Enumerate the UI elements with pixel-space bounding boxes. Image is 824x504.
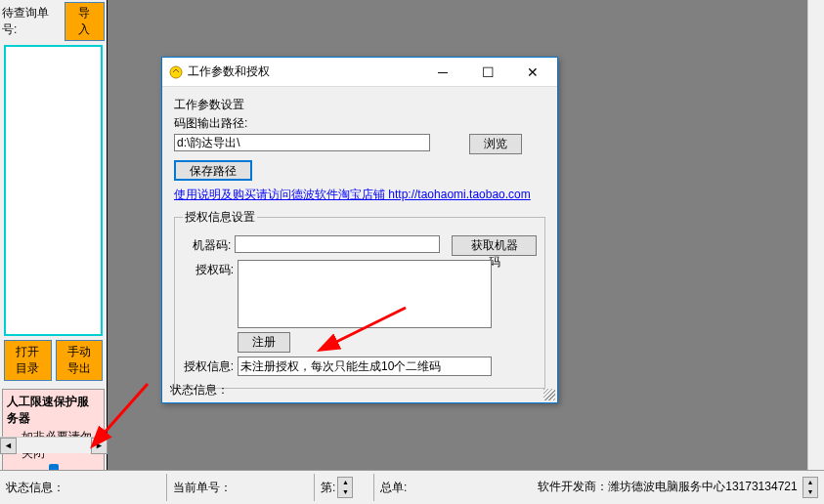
resize-grip[interactable] <box>543 389 555 400</box>
register-button[interactable]: 注册 <box>238 332 290 353</box>
statusbar: 状态信息： 当前单号： 第: ▲▼ 总单: 软件开发商：潍坊德波电脑服务中心13… <box>0 470 824 504</box>
auth-info-label: 授权信息: <box>183 357 234 375</box>
minimize-button[interactable]: ─ <box>420 59 465 86</box>
app-icon <box>168 64 184 80</box>
scroll-right-icon[interactable]: ► <box>91 438 108 454</box>
browse-button[interactable]: 浏览 <box>469 134 522 154</box>
query-label: 待查询单号: <box>2 5 63 38</box>
spin-down-icon[interactable]: ▼ <box>803 487 817 497</box>
open-dir-button[interactable]: 打开目录 <box>4 340 52 381</box>
scroll-left-icon[interactable]: ◄ <box>0 438 17 454</box>
help-purchase-link[interactable]: 使用说明及购买请访问德波软件淘宝店铺 http://taohaomi.taoba… <box>174 188 531 201</box>
import-button[interactable]: 导入 <box>65 2 105 41</box>
dialog-status-label: 状态信息： <box>170 382 229 399</box>
page-spinner[interactable]: ▲▼ <box>337 477 353 498</box>
rate-limit-title: 人工限速保护服务器 <box>7 394 100 427</box>
page-label: 第: <box>321 480 335 496</box>
auth-code-input[interactable] <box>238 260 492 328</box>
vertical-scrollbar[interactable] <box>807 0 824 470</box>
svg-point-0 <box>170 66 182 78</box>
spin-down-icon[interactable]: ▼ <box>338 487 352 497</box>
auth-info-display <box>238 357 492 376</box>
auth-section-legend: 授权信息设置 <box>183 209 257 226</box>
machine-code-input[interactable] <box>235 235 440 253</box>
params-section-label: 工作参数设置 <box>174 97 545 113</box>
save-path-button[interactable]: 保存路径 <box>174 160 252 181</box>
dialog-title: 工作参数和授权 <box>188 63 420 80</box>
status-info-label: 状态信息： <box>6 481 65 494</box>
sidebar-hscroll[interactable]: ◄ ► <box>0 437 108 453</box>
auth-fieldset: 授权信息设置 机器码: 获取机器码 授权码: 注册 授权信息: <box>174 209 545 389</box>
end-spinner[interactable]: ▲▼ <box>802 477 818 498</box>
maximize-button[interactable]: ☐ <box>465 59 510 86</box>
close-button[interactable]: ✕ <box>510 59 555 86</box>
manual-export-button[interactable]: 手动导出 <box>56 340 104 381</box>
output-path-input[interactable] <box>174 134 430 151</box>
developer-info: 软件开发商：潍坊德波电脑服务中心13173134721 <box>538 480 797 493</box>
dialog-titlebar[interactable]: 工作参数和授权 ─ ☐ ✕ <box>162 58 557 87</box>
current-order-label: 当前单号： <box>173 481 232 494</box>
spin-up-icon[interactable]: ▲ <box>803 478 817 487</box>
machine-code-label: 机器码: <box>183 235 231 254</box>
auth-code-label: 授权码: <box>183 260 234 278</box>
path-label: 码图输出路径: <box>174 115 545 132</box>
order-list[interactable] <box>4 45 103 336</box>
total-orders-label: 总单: <box>380 481 407 494</box>
spin-up-icon[interactable]: ▲ <box>338 478 352 487</box>
sidebar: 待查询单号: 导入 打开目录 手动导出 人工限速保护服务器 如非必要请勿关闭 设… <box>0 0 108 470</box>
get-machine-code-button[interactable]: 获取机器码 <box>452 235 537 256</box>
settings-dialog: 工作参数和授权 ─ ☐ ✕ 工作参数设置 码图输出路径: 浏览 保存路径 使用说… <box>161 57 558 403</box>
